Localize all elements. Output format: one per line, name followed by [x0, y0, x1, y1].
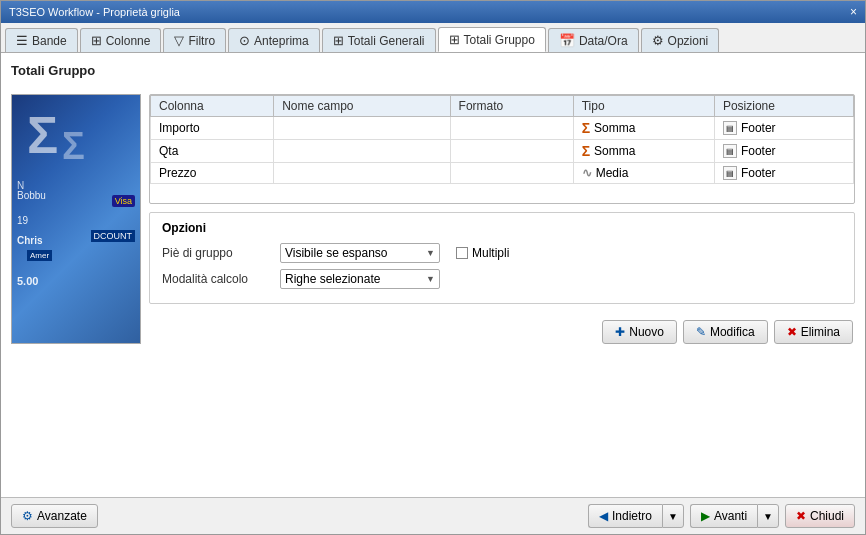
avanti-button[interactable]: ▶ Avanti [690, 504, 757, 528]
cell-tipo-0: Σ Somma [573, 117, 714, 140]
main-window: T3SEO Workflow - Proprietà griglia × ☰ B… [0, 0, 866, 535]
anteprima-tab-icon: ⊙ [239, 33, 250, 48]
table-row[interactable]: Prezzo ∿ Media [151, 163, 854, 184]
preview-500: 5.00 [17, 275, 38, 287]
indietro-dropdown-button[interactable]: ▼ [662, 504, 684, 528]
tab-filtro[interactable]: ▽ Filtro [163, 28, 226, 52]
settings-icon: ⚙ [22, 509, 33, 523]
table-row[interactable]: Importo Σ Somma [151, 117, 854, 140]
pos-cell-1: ▤ Footer [723, 144, 845, 158]
modalita-calcolo-select[interactable]: Righe selezionate ▼ [280, 269, 440, 289]
tab-bande[interactable]: ☰ Bande [5, 28, 78, 52]
cell-posizione-2: ▤ Footer [714, 163, 853, 184]
preview-visa-badge: Visa [112, 195, 135, 207]
table-row[interactable]: Qta Σ Somma [151, 140, 854, 163]
tab-data-ora-label: Data/Ora [579, 34, 628, 48]
tab-opzioni-label: Opzioni [668, 34, 709, 48]
sigma-icon-0: Σ [582, 120, 590, 136]
nuovo-button[interactable]: ✚ Nuovo [602, 320, 677, 344]
avanti-group: ▶ Avanti ▼ [690, 504, 779, 528]
cell-nome-campo-2 [274, 163, 450, 184]
back-icon: ◀ [599, 509, 608, 523]
multipli-label: Multipli [472, 246, 509, 260]
pos-icon-1: ▤ [723, 144, 737, 158]
edit-icon: ✎ [696, 325, 706, 339]
tab-anteprima[interactable]: ⊙ Anteprima [228, 28, 320, 52]
main-content: Totali Gruppo Σ Σ N Bobbu Visa 19 Chris … [1, 53, 865, 497]
elimina-button[interactable]: ✖ Elimina [774, 320, 853, 344]
cell-formato-0 [450, 117, 573, 140]
tab-filtro-label: Filtro [188, 34, 215, 48]
tab-anteprima-label: Anteprima [254, 34, 309, 48]
tab-totali-gruppo-label: Totali Gruppo [464, 33, 535, 47]
indietro-button[interactable]: ◀ Indietro [588, 504, 662, 528]
right-section: Colonna Nome campo Formato Tipo Posizion… [149, 94, 855, 344]
sigma-large-icon: Σ [27, 105, 58, 165]
preview-image: Σ Σ N Bobbu Visa 19 Chris DCOUNT Amer 5.… [11, 94, 141, 344]
tab-opzioni[interactable]: ⚙ Opzioni [641, 28, 720, 52]
modifica-button[interactable]: ✎ Modifica [683, 320, 768, 344]
pos-cell-0: ▤ Footer [723, 121, 845, 135]
tab-colonne[interactable]: ⊞ Colonne [80, 28, 162, 52]
avanti-dropdown-button[interactable]: ▼ [757, 504, 779, 528]
preview-amer-badge: Amer [27, 250, 52, 261]
delete-icon: ✖ [787, 325, 797, 339]
cell-nome-campo-0 [274, 117, 450, 140]
tab-totali-gruppo[interactable]: ⊞ Totali Gruppo [438, 27, 546, 52]
cell-colonna-0: Importo [151, 117, 274, 140]
multipli-checkbox-area: Multipli [456, 246, 509, 260]
plus-icon: ✚ [615, 325, 625, 339]
window-close-button[interactable]: × [850, 5, 857, 19]
cell-formato-1 [450, 140, 573, 163]
modifica-label: Modifica [710, 325, 755, 339]
tipo-label-0: Somma [594, 121, 635, 135]
multipli-checkbox[interactable] [456, 247, 468, 259]
totali-gruppo-tab-icon: ⊞ [449, 32, 460, 47]
options-section: Opzioni Piè di gruppo Visibile se espans… [149, 212, 855, 304]
modalita-calcolo-label: Modalità calcolo [162, 272, 272, 286]
cell-colonna-1: Qta [151, 140, 274, 163]
pie-di-gruppo-value: Visibile se espanso [285, 246, 388, 260]
totali-generali-tab-icon: ⊞ [333, 33, 344, 48]
chevron-down-icon: ▼ [426, 248, 435, 258]
data-table: Colonna Nome campo Formato Tipo Posizion… [150, 95, 854, 184]
pos-icon-2: ▤ [723, 166, 737, 180]
indietro-group: ◀ Indietro ▼ [588, 504, 684, 528]
cell-formato-2 [450, 163, 573, 184]
col-header-posizione: Posizione [714, 96, 853, 117]
col-header-tipo: Tipo [573, 96, 714, 117]
preview-inner: Σ Σ N Bobbu Visa 19 Chris DCOUNT Amer 5.… [12, 95, 140, 343]
bottom-right: ◀ Indietro ▼ ▶ Avanti ▼ ✖ Chiudi [588, 504, 855, 528]
chevron-down-icon-2: ▼ [426, 274, 435, 284]
pos-label-0: Footer [741, 121, 776, 135]
tab-colonne-label: Colonne [106, 34, 151, 48]
tab-totali-generali[interactable]: ⊞ Totali Generali [322, 28, 436, 52]
indietro-label: Indietro [612, 509, 652, 523]
col-header-nome-campo: Nome campo [274, 96, 450, 117]
colonne-tab-icon: ⊞ [91, 33, 102, 48]
tab-data-ora[interactable]: 📅 Data/Ora [548, 28, 639, 52]
avanzate-label: Avanzate [37, 509, 87, 523]
pos-icon-0: ▤ [723, 121, 737, 135]
section-title: Totali Gruppo [11, 63, 855, 78]
col-header-colonna: Colonna [151, 96, 274, 117]
preview-19: 19 [17, 215, 28, 226]
cell-posizione-1: ▤ Footer [714, 140, 853, 163]
chiudi-button[interactable]: ✖ Chiudi [785, 504, 855, 528]
action-buttons: ✚ Nuovo ✎ Modifica ✖ Elimina [149, 320, 855, 344]
pie-di-gruppo-select[interactable]: Visibile se espanso ▼ [280, 243, 440, 263]
avanti-label: Avanti [714, 509, 747, 523]
pos-label-1: Footer [741, 144, 776, 158]
main-area: Σ Σ N Bobbu Visa 19 Chris DCOUNT Amer 5.… [11, 94, 855, 344]
pie-di-gruppo-row: Piè di gruppo Visibile se espanso ▼ Mult… [162, 243, 842, 263]
cell-tipo-2: ∿ Media [573, 163, 714, 184]
tipo-label-1: Somma [594, 144, 635, 158]
tab-bar: ☰ Bande ⊞ Colonne ▽ Filtro ⊙ Anteprima ⊞… [1, 23, 865, 53]
avanzate-button[interactable]: ⚙ Avanzate [11, 504, 98, 528]
pie-di-gruppo-label: Piè di gruppo [162, 246, 272, 260]
filtro-tab-icon: ▽ [174, 33, 184, 48]
bottom-bar: ⚙ Avanzate ◀ Indietro ▼ ▶ Avanti ▼ ✖ [1, 497, 865, 534]
chiudi-label: Chiudi [810, 509, 844, 523]
tab-totali-generali-label: Totali Generali [348, 34, 425, 48]
bande-tab-icon: ☰ [16, 33, 28, 48]
